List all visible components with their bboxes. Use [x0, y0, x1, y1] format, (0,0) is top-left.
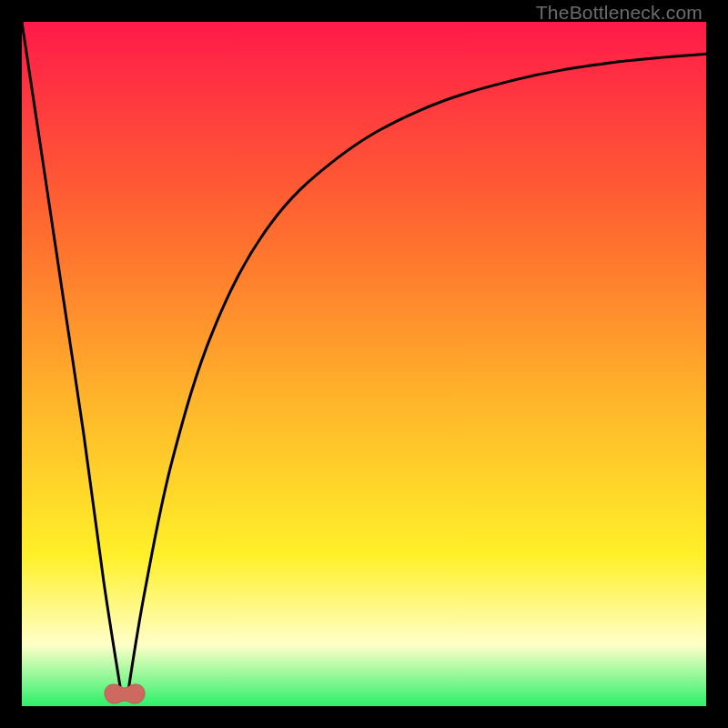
chart-frame	[22, 22, 706, 706]
gradient-background	[22, 22, 706, 706]
bottleneck-chart	[22, 22, 706, 706]
watermark-text: TheBottleneck.com	[536, 2, 703, 24]
